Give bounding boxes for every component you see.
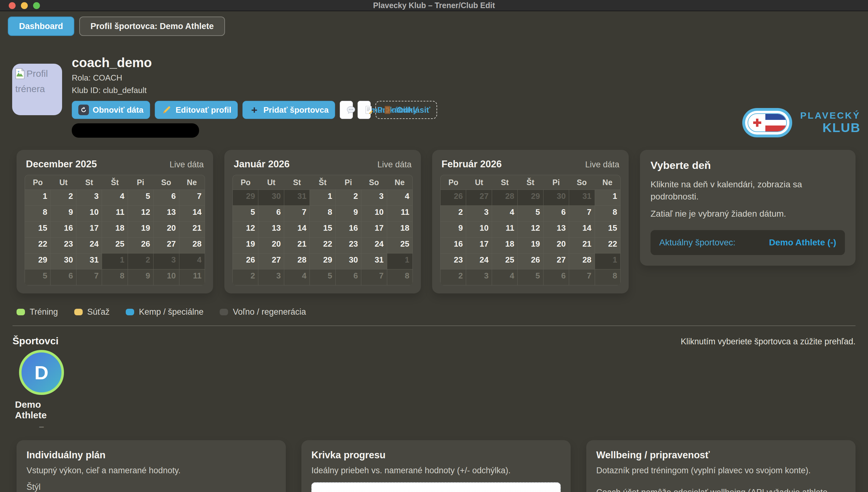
editova-profil-button[interactable]: Editovať profil bbox=[155, 101, 238, 119]
minimize-window-icon[interactable] bbox=[21, 2, 28, 9]
day-cell[interactable]: 15 bbox=[310, 222, 335, 237]
day-cell[interactable]: 7 bbox=[179, 190, 205, 205]
day-cell[interactable]: 16 bbox=[441, 238, 466, 253]
day-cell[interactable]: 16 bbox=[51, 222, 76, 237]
day-cell[interactable]: 5 bbox=[233, 206, 258, 221]
day-cell[interactable]: 30 bbox=[51, 253, 76, 269]
day-cell[interactable]: 15 bbox=[595, 222, 620, 237]
day-cell[interactable]: 13 bbox=[544, 222, 569, 237]
day-cell[interactable]: 17 bbox=[466, 238, 492, 253]
day-cell[interactable]: 2 bbox=[441, 206, 466, 221]
day-cell[interactable]: 18 bbox=[492, 238, 517, 253]
day-cell[interactable]: 31 bbox=[76, 253, 102, 269]
day-cell[interactable]: 8 bbox=[595, 206, 620, 221]
komunik-cia-button[interactable]: Komunikácia bbox=[340, 101, 353, 119]
day-cell[interactable]: 19 bbox=[128, 222, 153, 237]
day-cell[interactable]: 11 bbox=[102, 206, 127, 221]
day-cell[interactable]: 16 bbox=[336, 222, 361, 237]
day-cell[interactable]: 18 bbox=[102, 222, 127, 237]
day-cell[interactable]: 1 bbox=[310, 190, 335, 205]
zoom-window-icon[interactable] bbox=[33, 2, 40, 9]
day-cell[interactable]: 1 bbox=[25, 190, 50, 205]
day-cell[interactable]: 4 bbox=[102, 190, 127, 205]
day-cell[interactable]: 29 bbox=[310, 253, 335, 269]
day-cell[interactable]: 12 bbox=[233, 222, 258, 237]
day-cell[interactable]: 8 bbox=[25, 206, 50, 221]
day-cell[interactable]: 9 bbox=[336, 206, 361, 221]
day-cell[interactable]: 25 bbox=[387, 238, 413, 253]
day-cell[interactable]: 28 bbox=[284, 253, 310, 269]
day-cell[interactable]: 30 bbox=[336, 253, 361, 269]
day-cell[interactable]: 12 bbox=[518, 222, 543, 237]
tab-profil-portovca-demo-athlete[interactable]: Profil športovca: Demo Athlete bbox=[79, 17, 225, 36]
day-cell[interactable]: 10 bbox=[361, 206, 387, 221]
day-cell[interactable]: 9 bbox=[441, 222, 466, 237]
athlete-avatar[interactable]: D bbox=[19, 350, 64, 395]
day-cell[interactable]: 21 bbox=[179, 222, 205, 237]
day-cell[interactable]: 20 bbox=[258, 238, 284, 253]
day-cell[interactable]: 26 bbox=[128, 238, 153, 253]
day-cell[interactable]: 24 bbox=[76, 238, 102, 253]
day-cell[interactable]: 18 bbox=[387, 222, 413, 237]
day-cell[interactable]: 24 bbox=[361, 238, 387, 253]
day-cell[interactable]: 2 bbox=[51, 190, 76, 205]
day-cell[interactable]: 20 bbox=[544, 238, 569, 253]
day-cell[interactable]: 21 bbox=[284, 238, 310, 253]
day-cell[interactable]: 11 bbox=[492, 222, 517, 237]
day-cell[interactable]: 4 bbox=[492, 206, 517, 221]
day-cell[interactable]: 27 bbox=[258, 253, 284, 269]
day-cell[interactable]: 29 bbox=[25, 253, 50, 269]
day-cell[interactable]: 5 bbox=[128, 190, 153, 205]
day-cell[interactable]: 26 bbox=[518, 253, 543, 269]
pozn-mky-button[interactable]: Poznámky bbox=[358, 101, 371, 119]
day-cell[interactable]: 17 bbox=[76, 222, 102, 237]
day-cell[interactable]: 7 bbox=[284, 206, 310, 221]
day-cell[interactable]: 11 bbox=[387, 206, 413, 221]
athlete-demo-chip[interactable]: D Demo Athlete – bbox=[15, 350, 68, 432]
day-cell[interactable]: 9 bbox=[51, 206, 76, 221]
tab-dashboard[interactable]: Dashboard bbox=[8, 17, 74, 36]
day-cell[interactable]: 3 bbox=[76, 190, 102, 205]
day-cell[interactable]: 19 bbox=[518, 238, 543, 253]
day-cell[interactable]: 1 bbox=[595, 190, 620, 205]
day-cell[interactable]: 8 bbox=[310, 206, 335, 221]
day-cell[interactable]: 3 bbox=[361, 190, 387, 205]
day-cell[interactable]: 22 bbox=[25, 238, 50, 253]
day-cell[interactable]: 12 bbox=[128, 206, 153, 221]
odhl-si-button[interactable]: Odhlásiť bbox=[375, 101, 437, 119]
day-cell[interactable]: 27 bbox=[154, 238, 179, 253]
day-cell[interactable]: 28 bbox=[179, 238, 205, 253]
day-cell[interactable]: 23 bbox=[441, 253, 466, 269]
day-cell[interactable]: 13 bbox=[154, 206, 179, 221]
day-cell[interactable]: 4 bbox=[387, 190, 413, 205]
day-cell[interactable]: 13 bbox=[258, 222, 284, 237]
day-cell[interactable]: 27 bbox=[544, 253, 569, 269]
day-cell[interactable]: 25 bbox=[102, 238, 127, 253]
day-cell[interactable]: 3 bbox=[466, 206, 492, 221]
day-cell[interactable]: 31 bbox=[361, 253, 387, 269]
day-cell[interactable]: 6 bbox=[154, 190, 179, 205]
day-cell[interactable]: 6 bbox=[258, 206, 284, 221]
day-cell[interactable]: 20 bbox=[154, 222, 179, 237]
day-cell[interactable]: 28 bbox=[569, 253, 595, 269]
day-cell[interactable]: 14 bbox=[284, 222, 310, 237]
day-cell[interactable]: 21 bbox=[569, 238, 595, 253]
day-cell[interactable]: 14 bbox=[569, 222, 595, 237]
day-cell[interactable]: 14 bbox=[179, 206, 205, 221]
obnovi-d-ta-button[interactable]: Obnoviť dáta bbox=[72, 101, 150, 119]
day-cell[interactable]: 23 bbox=[336, 238, 361, 253]
day-cell[interactable]: 6 bbox=[544, 206, 569, 221]
day-cell[interactable]: 23 bbox=[51, 238, 76, 253]
day-cell[interactable]: 19 bbox=[233, 238, 258, 253]
day-cell[interactable]: 10 bbox=[76, 206, 102, 221]
day-cell[interactable]: 17 bbox=[361, 222, 387, 237]
day-cell[interactable]: 2 bbox=[336, 190, 361, 205]
day-cell[interactable]: 26 bbox=[233, 253, 258, 269]
day-cell[interactable]: 24 bbox=[466, 253, 492, 269]
day-cell[interactable]: 22 bbox=[595, 238, 620, 253]
close-window-icon[interactable] bbox=[9, 2, 16, 9]
day-cell[interactable]: 22 bbox=[310, 238, 335, 253]
day-cell[interactable]: 10 bbox=[466, 222, 492, 237]
day-cell[interactable]: 15 bbox=[25, 222, 50, 237]
day-cell[interactable]: 25 bbox=[492, 253, 517, 269]
